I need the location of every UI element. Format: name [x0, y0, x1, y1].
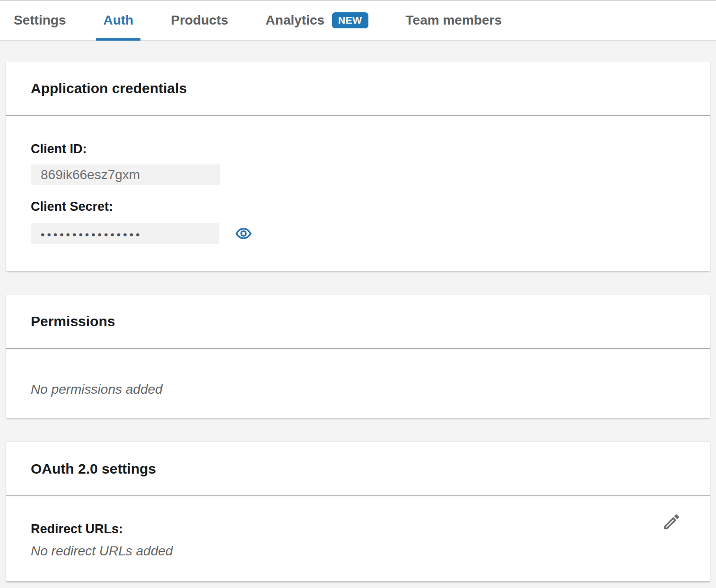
reveal-secret-button[interactable] [234, 224, 253, 243]
tab-auth-label: Auth [103, 13, 133, 28]
oauth-settings-title: OAuth 2.0 settings [6, 442, 710, 496]
application-credentials-title: Application credentials [6, 61, 710, 116]
tab-analytics[interactable]: Analytics NEW [259, 1, 375, 40]
application-credentials-card: Application credentials Client ID: 869ik… [6, 61, 710, 271]
tab-settings-label: Settings [14, 13, 66, 28]
tab-bar: Settings Auth Products Analytics NEW Tea… [0, 0, 716, 41]
tab-settings[interactable]: Settings [7, 1, 73, 40]
client-id-field[interactable]: 869ik66esz7gxm [31, 164, 220, 185]
tab-team-members[interactable]: Team members [399, 1, 509, 40]
eye-icon [235, 225, 252, 242]
tab-products[interactable]: Products [164, 1, 235, 40]
new-badge: NEW [332, 12, 368, 28]
permissions-title: Permissions [6, 294, 710, 349]
client-secret-label: Client Secret: [31, 199, 685, 215]
client-secret-field[interactable]: •••••••••••••••• [31, 223, 219, 244]
oauth-settings-card: OAuth 2.0 settings Redirect URLs: No red… [6, 442, 710, 581]
client-id-label: Client ID: [31, 141, 685, 157]
tab-analytics-label: Analytics [266, 13, 325, 28]
redirect-urls-empty-text: No redirect URLs added [31, 544, 685, 559]
redirect-urls-label: Redirect URLs: [31, 521, 685, 537]
tab-team-members-label: Team members [406, 13, 502, 28]
permissions-empty-text: No permissions added [31, 382, 685, 397]
tab-auth[interactable]: Auth [96, 1, 140, 40]
tab-products-label: Products [171, 13, 228, 28]
permissions-card: Permissions No permissions added [6, 294, 710, 418]
pencil-icon [662, 512, 681, 532]
edit-redirect-urls-button[interactable] [661, 511, 682, 533]
